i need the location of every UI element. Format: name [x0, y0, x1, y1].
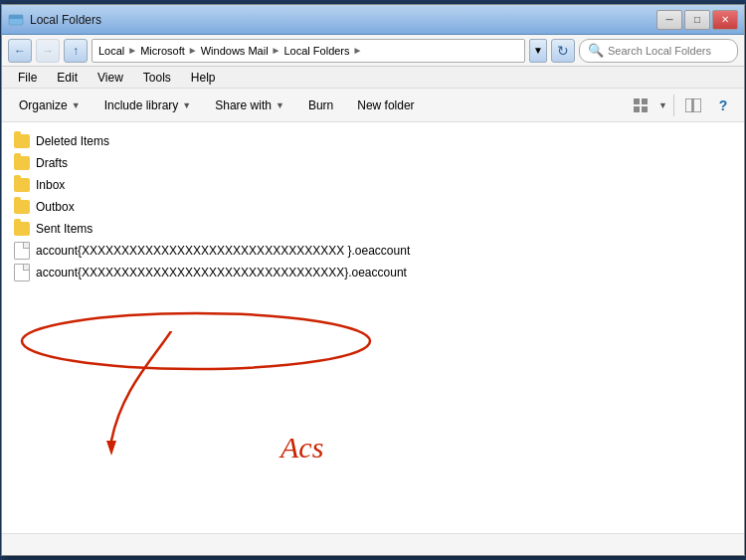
list-item[interactable]: Sent Items	[10, 218, 736, 240]
burn-label: Burn	[308, 98, 333, 112]
file-icon	[14, 264, 30, 281]
help-button[interactable]: ?	[710, 93, 736, 118]
up-button[interactable]: ↑	[64, 39, 88, 63]
annotation-text: Acs	[280, 431, 323, 465]
status-bar	[2, 533, 744, 555]
item-label: Drafts	[36, 156, 68, 170]
folder-icon	[14, 134, 30, 148]
item-label: Sent Items	[36, 222, 93, 236]
menu-bar: File Edit View Tools Help	[2, 67, 744, 89]
include-library-label: Include library	[104, 98, 179, 112]
list-item[interactable]: Inbox	[10, 174, 736, 196]
back-button[interactable]: ←	[8, 39, 32, 63]
toolbar: Organize ▼ Include library ▼ Share with …	[2, 89, 744, 122]
file-list[interactable]: Deleted Items Drafts Inbox Outbox Sent I…	[2, 122, 744, 533]
svg-rect-1	[9, 15, 23, 19]
details-pane-button[interactable]	[680, 93, 706, 118]
path-local: Local	[98, 45, 124, 57]
file-icon	[14, 242, 30, 260]
toolbar-right: ▼ ?	[629, 93, 736, 118]
svg-rect-5	[642, 106, 648, 112]
svg-rect-7	[693, 98, 701, 112]
path-local-folders: Local Folders	[284, 45, 350, 57]
svg-rect-3	[642, 98, 648, 104]
close-button[interactable]: ✕	[712, 10, 738, 30]
burn-button[interactable]: Burn	[299, 93, 342, 118]
main-area: Deleted Items Drafts Inbox Outbox Sent I…	[2, 122, 744, 533]
annotation-ellipse	[12, 306, 390, 376]
svg-marker-9	[106, 441, 116, 456]
share-with-caret: ▼	[276, 100, 284, 110]
title-bar: Local Folders ─ □ ✕	[2, 5, 744, 35]
forward-button[interactable]: →	[36, 39, 60, 63]
maximize-button[interactable]: □	[684, 10, 710, 30]
folder-icon	[14, 178, 30, 192]
list-item[interactable]: account{XXXXXXXXXXXXXXXXXXXXXXXXXXXXXXXX…	[10, 262, 736, 283]
list-item[interactable]: Deleted Items	[10, 130, 736, 152]
view-options-button[interactable]	[629, 93, 654, 118]
menu-edit[interactable]: Edit	[49, 69, 86, 87]
search-input[interactable]	[608, 45, 729, 57]
svg-rect-6	[685, 98, 692, 112]
list-item[interactable]: Outbox	[10, 196, 736, 218]
organize-label: Organize	[19, 98, 68, 112]
share-with-button[interactable]: Share with ▼	[206, 93, 293, 118]
path-microsoft: Microsoft	[140, 45, 185, 57]
list-item[interactable]: Drafts	[10, 152, 736, 174]
view-dropdown-arrow[interactable]: ▼	[658, 100, 667, 110]
window-icon	[8, 12, 24, 28]
title-bar-left: Local Folders	[8, 12, 101, 28]
window-title: Local Folders	[30, 13, 101, 27]
refresh-button[interactable]: ↻	[551, 39, 575, 63]
item-label: Outbox	[36, 200, 75, 214]
new-folder-label: New folder	[357, 98, 414, 112]
toolbar-separator	[673, 94, 674, 116]
minimize-button[interactable]: ─	[656, 10, 682, 30]
explorer-window: Local Folders ─ □ ✕ ← → ↑ Local ► Micros…	[1, 4, 745, 556]
include-library-caret: ▼	[182, 100, 191, 110]
address-path[interactable]: Local ► Microsoft ► Windows Mail ► Local…	[92, 39, 525, 63]
list-item[interactable]: account{XXXXXXXXXXXXXXXXXXXXXXXXXXXXXXXX…	[10, 240, 736, 262]
title-bar-controls: ─ □ ✕	[656, 10, 738, 30]
organize-caret: ▼	[72, 100, 81, 110]
folder-icon	[14, 200, 30, 214]
folder-icon	[14, 222, 30, 236]
menu-view[interactable]: View	[90, 69, 131, 87]
search-icon: 🔍	[588, 43, 604, 58]
item-label: Deleted Items	[36, 134, 109, 148]
menu-file[interactable]: File	[10, 69, 45, 87]
include-library-button[interactable]: Include library ▼	[95, 93, 201, 118]
item-label: account{XXXXXXXXXXXXXXXXXXXXXXXXXXXXXXXX…	[36, 266, 407, 280]
annotation-arrow	[101, 331, 300, 461]
item-label: account{XXXXXXXXXXXXXXXXXXXXXXXXXXXXXXXX…	[36, 244, 410, 258]
new-folder-button[interactable]: New folder	[348, 93, 423, 118]
share-with-label: Share with	[215, 98, 272, 112]
organize-button[interactable]: Organize ▼	[10, 93, 90, 118]
svg-rect-4	[634, 106, 640, 112]
svg-point-8	[22, 313, 370, 369]
path-windows-mail: Windows Mail	[201, 45, 269, 57]
svg-rect-2	[634, 98, 640, 104]
address-bar: ← → ↑ Local ► Microsoft ► Windows Mail ►…	[2, 35, 744, 67]
search-box[interactable]: 🔍	[579, 39, 738, 63]
item-label: Inbox	[36, 178, 65, 192]
menu-tools[interactable]: Tools	[135, 69, 179, 87]
menu-help[interactable]: Help	[183, 69, 224, 87]
address-dropdown[interactable]: ▼	[529, 39, 547, 63]
folder-icon	[14, 156, 30, 170]
